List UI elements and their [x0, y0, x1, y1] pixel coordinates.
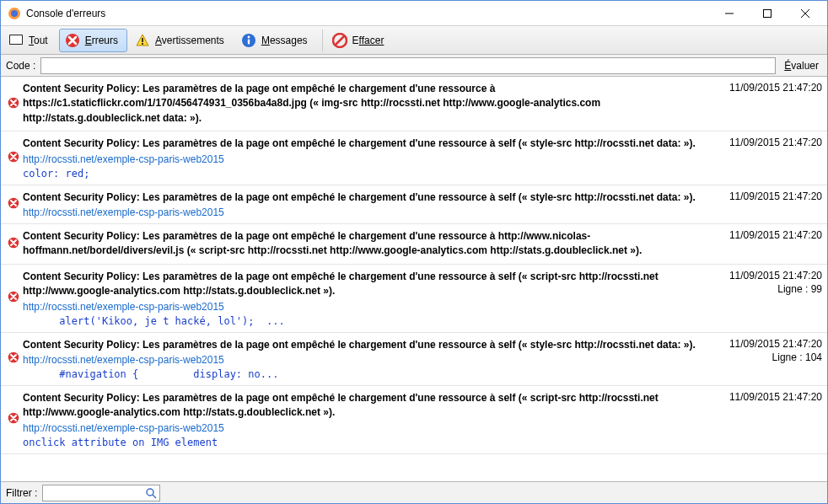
tab-errors-label: Erreurs: [85, 35, 118, 46]
code-input[interactable]: [40, 57, 776, 74]
console-entry[interactable]: Content Security Policy: Les paramètres …: [1, 265, 827, 333]
filter-input-wrap: [42, 485, 160, 501]
entry-message: Content Security Policy: Les paramètres …: [23, 270, 712, 299]
entry-link[interactable]: http://rocssti.net/exemple-csp-paris-web…: [23, 301, 712, 313]
entry-code: #navigation { display: no...: [23, 368, 712, 380]
tab-messages[interactable]: Messages: [235, 29, 317, 52]
entry-message: Content Security Policy: Les paramètres …: [23, 391, 712, 421]
entry-meta: 11/09/2015 21:47:20Ligne : 104: [712, 338, 822, 380]
entry-link[interactable]: http://rocssti.net/exemple-csp-paris-web…: [23, 206, 712, 218]
entry-gutter: [4, 137, 23, 179]
tab-messages-label: Messages: [261, 35, 308, 46]
entry-meta: 11/09/2015 21:47:20: [712, 391, 822, 448]
clear-button[interactable]: Effacer: [326, 29, 394, 52]
console-entry[interactable]: Content Security Policy: Les paramètres …: [1, 386, 827, 454]
console-entry[interactable]: Content Security Policy: Les paramètres …: [1, 224, 827, 265]
entry-body: Content Security Policy: Les paramètres …: [23, 190, 712, 218]
entry-code: color: red;: [23, 168, 712, 180]
code-label: Code :: [6, 60, 35, 72]
entry-body: Content Security Policy: Les paramètres …: [23, 137, 712, 179]
toolbar-separator: [322, 29, 323, 51]
clear-icon: [332, 33, 347, 48]
filter-label: Filtrer :: [6, 487, 37, 499]
entry-body: Content Security Policy: Les paramètres …: [23, 82, 712, 126]
entry-message: Content Security Policy: Les paramètres …: [23, 229, 712, 259]
toolbar: Tout Erreurs Avertissements Messages Eff…: [1, 26, 827, 55]
entry-timestamp: 11/09/2015 21:47:20: [712, 82, 822, 94]
error-icon: [8, 237, 19, 251]
error-icon: [8, 197, 19, 212]
entry-message: Content Security Policy: Les paramètres …: [23, 190, 712, 205]
console-entry[interactable]: Content Security Policy: Les paramètres …: [1, 333, 827, 386]
svg-rect-7: [10, 35, 22, 44]
console-entries[interactable]: Content Security Policy: Les paramètres …: [1, 77, 827, 481]
error-icon: [8, 97, 19, 111]
svg-line-24: [153, 495, 156, 498]
code-bar: Code : Évaluer: [1, 55, 827, 77]
tab-warnings[interactable]: Avertissements: [129, 29, 234, 52]
info-icon: [241, 33, 256, 48]
maximize-button[interactable]: [748, 2, 786, 25]
entry-meta: 11/09/2015 21:47:20: [712, 82, 822, 126]
entry-gutter: [4, 338, 23, 380]
error-icon: [8, 412, 19, 426]
svg-rect-3: [763, 9, 771, 17]
console-entry[interactable]: Content Security Policy: Les paramètres …: [1, 131, 827, 185]
tab-all-label: Tout: [29, 35, 48, 46]
svg-point-12: [247, 35, 250, 38]
tab-all[interactable]: Tout: [3, 29, 57, 52]
entry-timestamp: 11/09/2015 21:47:20: [712, 270, 822, 281]
close-button[interactable]: [786, 2, 824, 25]
entry-gutter: [4, 82, 23, 126]
entry-meta: 11/09/2015 21:47:20: [712, 190, 822, 218]
entry-timestamp: 11/09/2015 21:47:20: [712, 137, 822, 148]
tab-warnings-label: Avertissements: [155, 35, 224, 46]
filter-input[interactable]: [42, 485, 160, 501]
entry-gutter: [4, 190, 23, 218]
window-title: Console d'erreurs: [26, 8, 710, 19]
app-icon: [8, 7, 21, 20]
entry-meta: 11/09/2015 21:47:20: [712, 229, 822, 259]
filter-bar: Filtrer :: [1, 481, 827, 503]
entry-link[interactable]: http://rocssti.net/exemple-csp-paris-web…: [23, 422, 712, 434]
entry-body: Content Security Policy: Les paramètres …: [23, 391, 712, 448]
search-icon: [145, 487, 157, 499]
minimize-button[interactable]: [710, 2, 748, 25]
svg-point-10: [142, 43, 143, 45]
terminal-icon: [8, 33, 24, 48]
evaluate-button[interactable]: Évaluer: [781, 57, 822, 74]
entry-line: Ligne : 104: [712, 351, 822, 363]
entry-gutter: [4, 270, 23, 327]
entry-message: Content Security Policy: Les paramètres …: [23, 137, 712, 151]
error-icon: [65, 33, 80, 48]
console-entry[interactable]: Content Security Policy: Les paramètres …: [1, 185, 827, 224]
svg-point-23: [147, 489, 153, 496]
entry-link[interactable]: http://rocssti.net/exemple-csp-paris-web…: [23, 153, 712, 165]
entry-code: alert('Kikoo, je t hacké, lol'); ...: [23, 315, 712, 327]
tab-errors[interactable]: Erreurs: [59, 29, 127, 52]
entry-timestamp: 11/09/2015 21:47:20: [712, 190, 822, 202]
entry-line: Ligne : 99: [712, 283, 822, 295]
entry-meta: 11/09/2015 21:47:20Ligne : 99: [712, 270, 822, 327]
svg-rect-13: [248, 39, 250, 44]
entry-timestamp: 11/09/2015 21:47:20: [712, 338, 822, 350]
entry-timestamp: 11/09/2015 21:47:20: [712, 391, 822, 403]
entry-timestamp: 11/09/2015 21:47:20: [712, 229, 822, 241]
entry-link[interactable]: http://rocssti.net/exemple-csp-paris-web…: [23, 354, 712, 366]
window-controls: [710, 2, 824, 25]
error-icon: [8, 151, 19, 165]
entry-gutter: [4, 229, 23, 259]
svg-line-15: [336, 36, 344, 45]
clear-label: Effacer: [352, 35, 384, 46]
error-icon: [8, 351, 19, 366]
titlebar: Console d'erreurs: [1, 1, 827, 26]
entry-message: Content Security Policy: Les paramètres …: [23, 82, 712, 126]
entry-body: Content Security Policy: Les paramètres …: [23, 270, 712, 327]
error-icon: [8, 291, 19, 305]
entry-message: Content Security Policy: Les paramètres …: [23, 338, 712, 352]
entry-body: Content Security Policy: Les paramètres …: [23, 229, 712, 259]
entry-code: onclick attribute on IMG element: [23, 437, 712, 448]
entry-body: Content Security Policy: Les paramètres …: [23, 338, 712, 380]
entry-meta: 11/09/2015 21:47:20: [712, 137, 822, 179]
console-entry[interactable]: Content Security Policy: Les paramètres …: [1, 77, 827, 131]
